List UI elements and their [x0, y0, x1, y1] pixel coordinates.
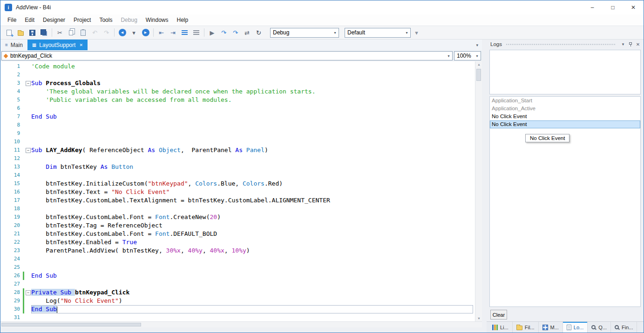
code-line[interactable]: 22 btnTestKey.Enabled = True [0, 238, 475, 246]
cut-icon[interactable]: ✂ [54, 27, 65, 38]
code-line[interactable]: 4 'These global variables will be declar… [0, 87, 475, 96]
panel-tab-quick-search[interactable]: Q... [588, 322, 611, 333]
fold-toggle-icon[interactable] [25, 288, 31, 297]
menu-windows[interactable]: Windows [142, 15, 173, 25]
new-module-icon[interactable] [4, 27, 14, 38]
log-entry[interactable]: Application_Active [490, 105, 640, 113]
code-line[interactable]: 28Private Sub btnKeypad_Click [0, 288, 475, 297]
fold-toggle-icon[interactable] [25, 79, 31, 87]
code-line[interactable]: 11Sub LAY_AddKey( ReferenceObject As Obj… [0, 146, 475, 154]
horizontal-scrollbar[interactable] [0, 321, 482, 327]
code-line[interactable]: 30End Sub [0, 305, 475, 313]
horizontal-scrollbar-thumb[interactable] [1, 323, 141, 326]
navigate-back-icon[interactable] [117, 27, 128, 38]
navigate-history-chevron-icon[interactable]: ▾ [129, 27, 139, 38]
uncomment-icon[interactable] [191, 27, 202, 38]
maximize-button[interactable]: □ [603, 0, 623, 14]
clear-logs-button[interactable]: Clear [490, 310, 507, 320]
menu-edit[interactable]: Edit [20, 15, 39, 25]
code-line[interactable]: 18 [0, 205, 475, 213]
code-line[interactable]: 31 [0, 313, 475, 321]
panel-position-chevron-icon[interactable]: ▾ [619, 42, 627, 47]
rebuild-icon[interactable]: ↻ [253, 27, 264, 38]
build-configuration-select[interactable]: Debug▾ [270, 28, 339, 38]
code-line[interactable]: 12 [0, 154, 475, 163]
menu-tools[interactable]: Tools [95, 15, 116, 25]
panel-splitter[interactable] [482, 40, 487, 333]
scroll-up-icon[interactable]: ▲ [475, 63, 482, 66]
code-line[interactable]: 6 [0, 104, 475, 113]
vertical-scrollbar[interactable]: ▲ ▼ [475, 61, 482, 321]
chevron-down-icon[interactable]: ▾ [403, 31, 410, 35]
minimize-button[interactable]: – [582, 0, 603, 14]
code-line[interactable]: 14 [0, 171, 475, 180]
code-line[interactable]: 8 [0, 121, 475, 129]
menu-file[interactable]: File [3, 15, 20, 25]
zoom-select[interactable]: 100% ▾ [454, 51, 481, 60]
code-line[interactable]: 21 btnTestKey.CustomLabel.Font = Font.DE… [0, 230, 475, 238]
code-line[interactable]: 9 [0, 129, 475, 138]
save-icon[interactable] [27, 27, 38, 38]
code-line[interactable]: 29 Log("No Click Event") [0, 297, 475, 305]
tab-layoutsupport[interactable]: ▦LayoutSupport✕ [27, 40, 88, 50]
chevron-down-icon[interactable]: ▾ [332, 31, 339, 35]
layout-variant-select[interactable]: Default▾ [345, 28, 411, 38]
panel-tab-find-all-references[interactable]: Fin... [611, 322, 637, 333]
code-line[interactable]: 5 'Public variables can be accessed from… [0, 96, 475, 104]
save-all-icon[interactable] [39, 27, 49, 38]
code-line[interactable]: 3Sub Process_Globals [0, 79, 475, 87]
comment-icon[interactable] [179, 27, 190, 38]
code-line[interactable]: 15 btnTestKey.InitializeCustom("btnKeypa… [0, 180, 475, 188]
close-icon[interactable]: ✕ [79, 43, 83, 47]
code-line[interactable]: 16 btnTestKey.Text = "No Click Event" [0, 188, 475, 196]
code-line[interactable]: 19 btnTestKey.CustomLabel.Font = Font.Cr… [0, 213, 475, 221]
member-select[interactable]: btnKeypad_Click ▾ [1, 51, 453, 60]
code-editor[interactable]: 1'Code module23Sub Process_Globals4 'The… [0, 61, 482, 321]
menu-project[interactable]: Project [69, 15, 95, 25]
outdent-icon[interactable]: ⇤ [156, 27, 167, 38]
indent-icon[interactable]: ⇥ [168, 27, 178, 38]
panel-tab-files[interactable]: Fil... [513, 322, 539, 333]
pin-icon[interactable] [627, 42, 634, 47]
code-line[interactable]: 2 [0, 71, 475, 79]
navigate-forward-icon[interactable] [140, 27, 151, 38]
log-output-box[interactable] [489, 50, 641, 94]
code-line[interactable]: 27 [0, 280, 475, 288]
code-line[interactable]: 7End Sub [0, 113, 475, 121]
code-line[interactable]: 24 [0, 255, 475, 263]
code-line[interactable]: 26End Sub [0, 272, 475, 280]
log-entry[interactable]: Application_Start [490, 97, 640, 105]
document-list-chevron-icon[interactable]: ▾ [476, 43, 482, 47]
menu-help[interactable]: Help [173, 15, 193, 25]
code-line[interactable]: 13 Dim btnTestKey As Button [0, 163, 475, 171]
code-line[interactable]: 25 [0, 263, 475, 272]
panel-tab-libraries[interactable]: Li... [488, 322, 513, 333]
code-line[interactable]: 20 btnTestKey.Tag = ReferenceObject [0, 221, 475, 230]
panel-drag-grip[interactable] [506, 43, 616, 46]
vertical-scrollbar-thumb[interactable] [476, 69, 481, 81]
resume-icon[interactable]: ↷ [218, 27, 229, 38]
compare-modules-icon[interactable]: ⇄ [242, 27, 252, 38]
toolbar-overflow-icon[interactable]: ▾ [411, 27, 422, 38]
code-line[interactable]: 23 ParentPanel.AddView( btnTestKey, 30%x… [0, 246, 475, 255]
code-line[interactable]: 1'Code module [0, 62, 475, 71]
log-entry[interactable]: No Click Event [490, 113, 640, 120]
code-line[interactable]: 17 btnTestKey.CustomLabel.TextAlignment … [0, 196, 475, 205]
step-over-icon[interactable]: ↷ [230, 27, 241, 38]
run-icon[interactable]: ▶ [207, 27, 217, 38]
chevron-down-icon[interactable]: ▾ [445, 54, 452, 58]
chevron-down-icon[interactable]: ▾ [474, 54, 481, 58]
copy-icon[interactable] [66, 27, 77, 38]
log-entry[interactable]: No Click Event [490, 120, 640, 128]
panel-tab-modules[interactable]: M... [539, 322, 563, 333]
paste-icon[interactable] [78, 27, 88, 38]
panel-tab-logs[interactable]: Lo... [563, 322, 588, 333]
close-button[interactable]: ✕ [623, 0, 644, 14]
menu-designer[interactable]: Designer [39, 15, 69, 25]
scroll-down-icon[interactable]: ▼ [475, 317, 482, 320]
open-project-icon[interactable] [15, 27, 26, 38]
fold-toggle-icon[interactable] [25, 146, 31, 154]
tab-main[interactable]: ≡Main [0, 40, 27, 50]
close-icon[interactable]: ✕ [634, 42, 642, 47]
code-line[interactable]: 10 [0, 138, 475, 146]
